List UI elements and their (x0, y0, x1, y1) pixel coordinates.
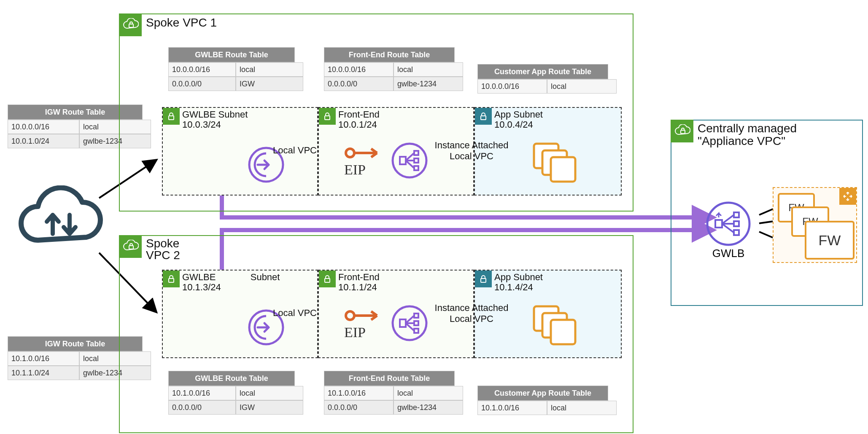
elastic-ip-icon (344, 144, 386, 162)
app-route-table: Customer App Route Table 10.0.0.0/16loca… (477, 64, 608, 94)
lock-icon (475, 108, 492, 125)
frontend-route-table: Front-End Route Table 10.1.0.0/16local 0… (324, 371, 455, 415)
lock-icon (163, 271, 180, 287)
subnet-label: App Subnet10.0.4/24 (494, 110, 543, 130)
lock-icon (319, 271, 336, 287)
svg-line-40 (406, 323, 414, 331)
spoke-vpc-1: Spoke VPC 1 GWLBE Route Table 10.0.0.0/1… (119, 13, 633, 212)
subnet-label: Front-End10.0.1/24 (338, 110, 380, 130)
vpc-icon (671, 120, 693, 142)
gwlbe-route-table: GWLBE Route Table 10.1.0.0/16local 0.0.0… (168, 371, 295, 415)
eip-label: EIP (344, 162, 366, 178)
frontend-route-table: Front-End Route Table 10.0.0.0/16local 0… (324, 47, 455, 91)
svg-rect-50 (734, 230, 739, 235)
vpc-title: Spoke VPC 2 (146, 238, 180, 261)
instances-icon (530, 139, 580, 186)
instances-icon (530, 302, 580, 348)
load-balancer-icon (391, 304, 429, 342)
svg-point-31 (346, 311, 354, 320)
svg-rect-10 (169, 116, 174, 120)
arrow-label: Instance Attached Local VPC (425, 303, 518, 324)
subnet-label: GWLBE Subnet 10.1.3/24 (182, 272, 280, 292)
svg-rect-35 (414, 313, 418, 318)
eip-label: EIP (344, 324, 366, 340)
load-balancer-icon (391, 142, 429, 179)
svg-rect-26 (551, 157, 575, 182)
svg-rect-17 (414, 151, 418, 155)
svg-rect-34 (400, 319, 406, 327)
autoscale-icon (839, 188, 856, 205)
gwlb-label: GWLB (705, 247, 752, 260)
lock-icon (163, 108, 180, 125)
svg-rect-45 (681, 130, 685, 134)
internet-gateway-icon (13, 185, 105, 257)
lock-icon (319, 108, 336, 125)
arrow-label: Local VPC (263, 308, 326, 319)
svg-rect-12 (325, 116, 330, 120)
svg-line-51 (722, 215, 734, 224)
svg-rect-23 (481, 116, 486, 120)
vpc-title: Centrally managed "Appliance VPC" (698, 122, 797, 147)
svg-rect-36 (414, 321, 418, 325)
gateway-load-balancer-icon (705, 201, 752, 247)
svg-rect-18 (414, 158, 418, 163)
firewall-subnet: FW FW FW (773, 187, 857, 263)
appliance-vpc: Centrally managed "Appliance VPC" GWLB F… (671, 120, 863, 306)
vpc-icon (119, 13, 142, 36)
gwlbe-route-table: GWLBE Route Table 10.0.0.0/16local 0.0.0… (168, 47, 295, 91)
svg-rect-41 (481, 279, 486, 282)
svg-rect-28 (169, 279, 174, 282)
svg-rect-44 (551, 320, 575, 344)
app-route-table: Customer App Route Table 10.1.0.0/16loca… (477, 386, 608, 415)
svg-rect-37 (414, 329, 418, 333)
svg-rect-9 (129, 24, 133, 27)
lock-icon (475, 271, 492, 287)
svg-line-38 (406, 316, 414, 323)
subnet-label: GWLBE Subnet10.0.3/24 (182, 110, 248, 130)
svg-line-22 (406, 161, 414, 168)
vpc-title: Spoke VPC 1 (146, 16, 217, 29)
svg-rect-27 (129, 246, 133, 249)
elastic-ip-icon (344, 306, 386, 325)
arrow-label: Local VPC (263, 145, 326, 156)
subnet-label: Front-End10.1.1/24 (338, 272, 380, 292)
svg-line-20 (406, 153, 414, 161)
firewall-instance: FW (805, 221, 855, 260)
svg-rect-49 (734, 221, 739, 226)
svg-line-53 (722, 224, 734, 233)
svg-rect-16 (400, 157, 406, 164)
svg-rect-30 (325, 279, 330, 282)
svg-point-13 (346, 149, 354, 157)
svg-rect-47 (715, 220, 722, 228)
spoke-vpc-2: Spoke VPC 2 GWLBE Subnet 10.1.3/24 Front… (119, 235, 633, 433)
arrow-label: Instance Attached Local VPC (425, 140, 518, 162)
svg-rect-19 (414, 166, 418, 170)
svg-rect-48 (734, 212, 739, 217)
vpc-icon (119, 235, 142, 258)
subnet-label: App Subnet10.1.4/24 (494, 272, 543, 292)
